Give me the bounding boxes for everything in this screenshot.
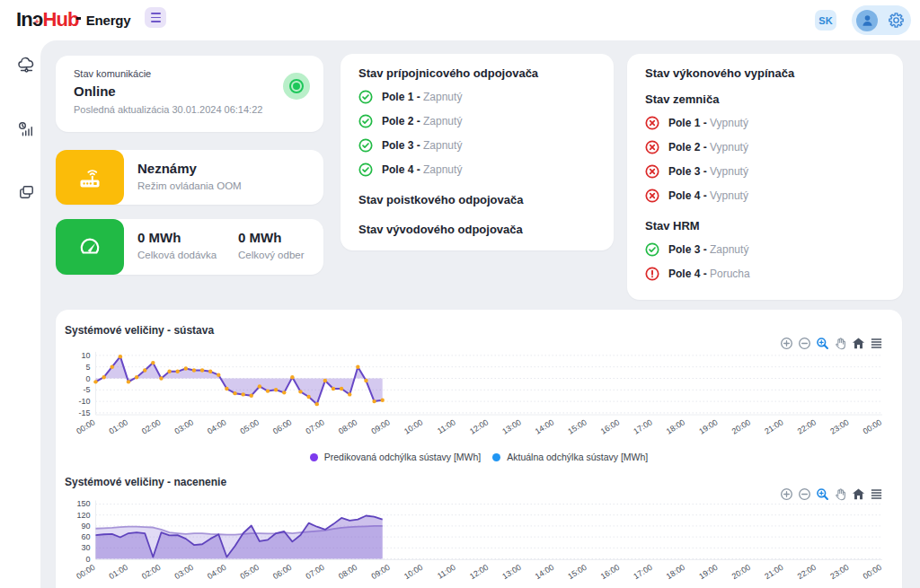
- pole-status: Vypnutý: [710, 117, 748, 129]
- cross-circle-icon: [645, 189, 659, 203]
- pole-status: Zapnutý: [423, 91, 462, 103]
- sidebar-item-documents[interactable]: [16, 182, 37, 203]
- svg-text:03:00: 03:00: [173, 417, 195, 435]
- pole-row: Pole 1 - Zapnutý: [358, 90, 596, 104]
- pole-row: Pole 1 - Vypnutý: [645, 116, 885, 130]
- menu-line: [151, 13, 161, 14]
- pole-status: Vypnutý: [710, 141, 748, 154]
- svg-text:19:00: 19:00: [697, 563, 719, 581]
- svg-text:16:00: 16:00: [599, 417, 621, 435]
- earthing-title: Stav zemniča: [645, 92, 885, 106]
- svg-text:04:00: 04:00: [206, 417, 227, 435]
- disconnector-card: Stav prípojnicového odpojovača Pole 1 - …: [341, 54, 614, 250]
- svg-text:00:00: 00:00: [75, 563, 96, 581]
- pole-row: Pole 2 - Vypnutý: [645, 140, 885, 154]
- svg-text:150: 150: [76, 499, 90, 508]
- svg-text:20:00: 20:00: [730, 563, 752, 581]
- svg-text:0: 0: [85, 374, 90, 383]
- pole-name: Pole 3 -: [668, 165, 710, 178]
- svg-text:18:00: 18:00: [665, 563, 686, 581]
- legend-dot-blue: [492, 453, 500, 461]
- pole-name: Pole 1 -: [668, 117, 710, 129]
- pole-status: Zapnutý: [710, 243, 748, 256]
- legend-label: Aktuálna odchýlka sústavy [MWh]: [507, 452, 648, 462]
- svg-text:17:00: 17:00: [632, 417, 653, 435]
- svg-text:14:00: 14:00: [534, 563, 555, 581]
- language-button[interactable]: SK: [815, 10, 836, 31]
- svg-text:11:00: 11:00: [436, 563, 457, 581]
- cloud-network-icon: [16, 56, 37, 76]
- control-mode-card: Neznámy Režim ovládania OOM: [56, 150, 323, 205]
- communication-status: Online: [74, 83, 305, 99]
- sidebar-item-network[interactable]: [16, 56, 37, 76]
- svg-text:13:00: 13:00: [500, 563, 522, 581]
- svg-text:11:00: 11:00: [436, 417, 457, 435]
- user-avatar-button[interactable]: [856, 10, 878, 31]
- communication-label: Stav komunikácie: [74, 68, 305, 79]
- pole-name: Pole 3 -: [382, 139, 423, 152]
- chart-title: Systémové veličiny - nacenenie: [65, 476, 226, 488]
- pole-row: Pole 4 - Porucha: [645, 267, 885, 281]
- pricing-plot[interactable]: 150120906030000:0001:0002:0003:0004:0005…: [56, 496, 902, 588]
- router-tile: [56, 150, 124, 205]
- content-panel: Stav komunikácie Online Posledná aktuali…: [40, 40, 920, 588]
- svg-text:21:00: 21:00: [763, 563, 784, 581]
- svg-text:05:00: 05:00: [239, 563, 261, 581]
- pole-name: Pole 4 -: [382, 163, 423, 176]
- supply-label: Celková dodávka: [137, 250, 217, 260]
- hrm-title: Stav HRM: [645, 219, 885, 233]
- svg-text:05:00: 05:00: [239, 417, 261, 435]
- sidebar-item-statistics[interactable]: [16, 119, 37, 140]
- pole-status: Zapnutý: [423, 115, 462, 127]
- svg-text:00:00: 00:00: [862, 417, 883, 435]
- pole-status: Vypnutý: [710, 165, 748, 178]
- cross-circle-icon: [645, 164, 659, 179]
- pole-status: Zapnutý: [423, 139, 462, 152]
- consumption-label: Celkový odber: [238, 250, 305, 260]
- svg-text:14:00: 14:00: [534, 417, 555, 435]
- gauge-icon: [75, 232, 105, 262]
- svg-text:03:00: 03:00: [173, 563, 195, 581]
- chart-legend: Predikovaná odchýlka sústavy [MWh] Aktuá…: [56, 452, 902, 462]
- svg-text:07:00: 07:00: [305, 417, 326, 435]
- deviation-plot[interactable]: 1050-5-10-1500:0001:0002:0003:0004:0005:…: [56, 346, 902, 446]
- breaker-card: Stav výkonového vypínača Stav zemniča Po…: [627, 54, 903, 300]
- outlet-title: Stav vývodového odpojovača: [358, 223, 596, 236]
- communication-updated: Posledná aktualizácia 30.01.2024 06:14:2…: [74, 104, 305, 115]
- status-column: Stav komunikácie Online Posledná aktuali…: [56, 56, 323, 275]
- legend-item-predicted[interactable]: Predikovaná odchýlka sústavy [MWh]: [310, 452, 482, 462]
- pole-row: Pole 3 - Vypnutý: [645, 164, 885, 179]
- pole-row: Pole 3 - Zapnutý: [358, 138, 596, 153]
- svg-text:01:00: 01:00: [108, 563, 129, 581]
- menu-line: [151, 17, 161, 19]
- svg-text:19:00: 19:00: [697, 417, 719, 435]
- svg-text:0: 0: [85, 555, 90, 564]
- control-mode-value: Neznámy: [137, 161, 242, 176]
- consumption-text: 0 MWh Celkový odber: [238, 230, 305, 260]
- svg-text:22:00: 22:00: [796, 563, 818, 581]
- app-logo: InɔHub Energy: [16, 6, 130, 33]
- legend-item-actual[interactable]: Aktuálna odchýlka sústavy [MWh]: [492, 452, 648, 462]
- svg-text:06:00: 06:00: [271, 417, 293, 435]
- svg-text:13:00: 13:00: [500, 417, 522, 435]
- indicator-core: [293, 83, 300, 90]
- documents-icon: [16, 182, 37, 203]
- header-right: SK: [815, 0, 911, 40]
- settings-gear-button[interactable]: [888, 13, 904, 29]
- check-circle-icon: [358, 90, 373, 104]
- pole-name: Pole 2 -: [668, 141, 710, 154]
- svg-text:23:00: 23:00: [828, 417, 850, 435]
- svg-text:30: 30: [81, 543, 90, 552]
- pole-name: Pole 3 -: [668, 243, 710, 256]
- svg-text:15:00: 15:00: [566, 417, 588, 435]
- svg-text:08:00: 08:00: [337, 563, 358, 581]
- svg-text:23:00: 23:00: [828, 563, 850, 581]
- svg-text:08:00: 08:00: [337, 417, 358, 435]
- supply-text: 0 MWh Celková dodávka: [137, 230, 217, 260]
- svg-text:-10: -10: [78, 397, 90, 406]
- svg-text:00:00: 00:00: [862, 563, 883, 581]
- busbar-title: Stav prípojnicového odpojovača: [358, 66, 596, 80]
- svg-text:06:00: 06:00: [271, 563, 293, 581]
- menu-toggle-button[interactable]: [145, 7, 166, 28]
- gauge-tile: [56, 219, 124, 275]
